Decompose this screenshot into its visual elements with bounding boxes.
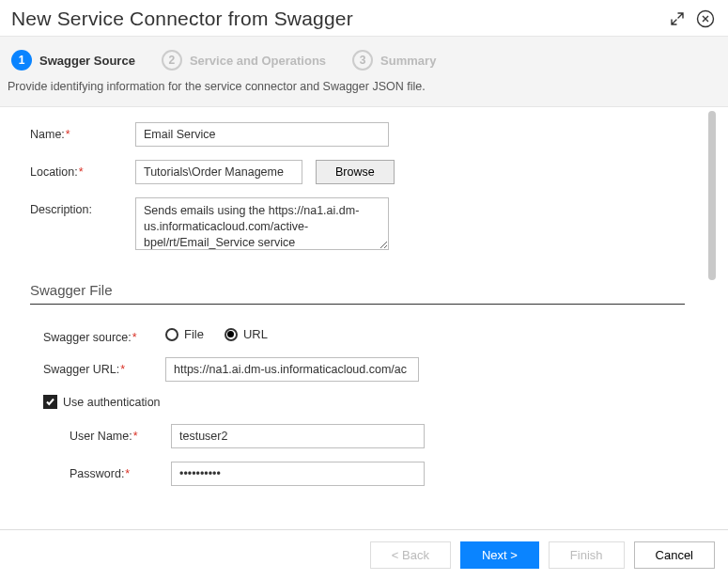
location-input[interactable] (135, 160, 302, 184)
description-textarea[interactable] (135, 197, 389, 250)
swagger-file-heading: Swagger File (30, 282, 685, 298)
finish-button[interactable]: Finish (549, 541, 625, 569)
radio-url[interactable]: URL (225, 327, 268, 341)
username-label: User Name:* (70, 424, 171, 443)
footer: < Back Next > Finish Cancel (0, 529, 728, 580)
cancel-button[interactable]: Cancel (634, 541, 715, 569)
maximize-icon[interactable] (666, 8, 689, 30)
name-input[interactable] (135, 122, 389, 147)
name-label: Name:* (30, 122, 135, 141)
password-label: Password:* (70, 462, 171, 480)
radio-file[interactable]: File (165, 327, 204, 341)
instruction-text: Provide identifying information for the … (0, 80, 728, 97)
location-label: Location:* (30, 160, 135, 179)
divider (30, 304, 685, 305)
dialog-title: New Service Connector from Swagger (11, 8, 660, 30)
scrollbar[interactable] (707, 107, 717, 529)
close-icon[interactable] (694, 8, 717, 30)
form-body: Name:* Location:* Browse Description: Sw… (8, 107, 707, 529)
wizard-header: 1 Swagger Source 2 Service and Operation… (0, 36, 728, 107)
back-button[interactable]: < Back (370, 541, 451, 569)
browse-button[interactable]: Browse (316, 160, 395, 184)
radio-url-icon (225, 328, 238, 341)
swagger-url-input[interactable] (165, 357, 419, 382)
description-label: Description: (30, 197, 135, 216)
step-service-operations[interactable]: 2 Service and Operations (162, 50, 326, 71)
swagger-url-label: Swagger URL:* (43, 357, 165, 376)
title-bar: New Service Connector from Swagger (0, 0, 728, 36)
checkmark-icon (43, 395, 57, 409)
swagger-source-label: Swagger source:* (43, 325, 165, 344)
username-input[interactable] (171, 424, 425, 448)
password-input[interactable] (171, 462, 425, 486)
step-summary[interactable]: 3 Summary (352, 50, 436, 71)
radio-file-icon (165, 328, 178, 341)
next-button[interactable]: Next > (460, 541, 539, 569)
step-swagger-source[interactable]: 1 Swagger Source (11, 50, 135, 71)
scrollbar-thumb[interactable] (708, 111, 716, 280)
use-authentication-checkbox[interactable]: Use authentication (43, 395, 685, 409)
